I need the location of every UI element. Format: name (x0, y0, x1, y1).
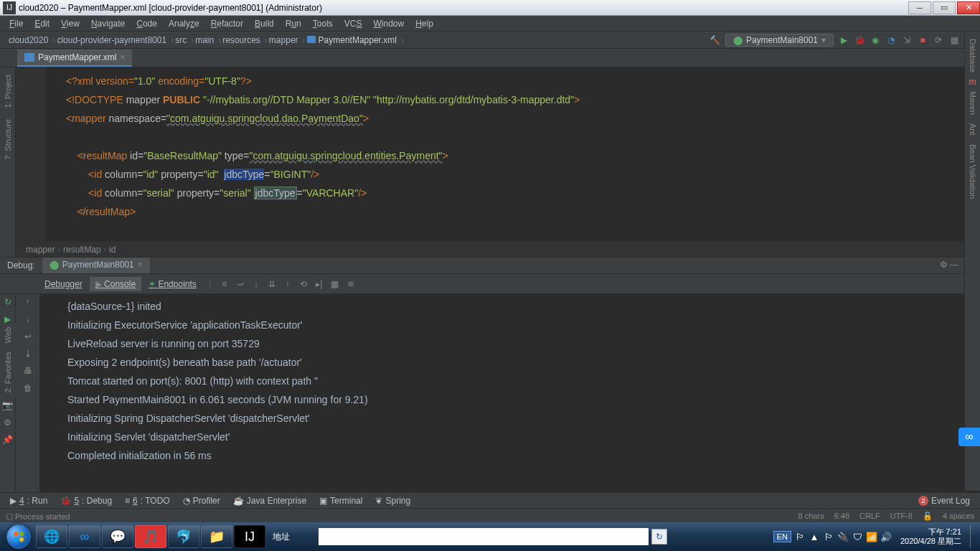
tab-paymentmapper[interactable]: PaymentMapper.xml × (17, 50, 132, 67)
profile-button[interactable]: ◔ (885, 34, 897, 46)
pin-icon[interactable]: 📌 (2, 434, 14, 446)
menu-edit[interactable]: Edit (29, 17, 55, 30)
tool-terminal[interactable]: ▣ Terminal (315, 494, 367, 507)
crumb-module[interactable]: cloud-provider-payment8001 (52, 34, 171, 47)
tray-shield-icon[interactable]: 🛡 (852, 531, 863, 542)
taskbar-clock[interactable]: 下午 7:21 2020/4/28 星期二 (895, 527, 967, 546)
bc-id[interactable]: id (109, 240, 116, 258)
bc-mapper[interactable]: mapper (26, 240, 60, 258)
run-configuration-selector[interactable]: ⬤ PaymentMain8001 ▾ (725, 34, 834, 47)
menu-vcs[interactable]: VCS (339, 17, 367, 30)
ime-indicator[interactable]: EN (773, 531, 791, 542)
addressbar-input[interactable] (319, 528, 649, 545)
show-exec-point-icon[interactable]: ≡ (219, 278, 230, 290)
debug-tab-app[interactable]: ⬤ PaymentMain8001 × (42, 258, 150, 273)
code-editor[interactable]: ⊖ ⊖ ⊖ <?xml version="1.0" encoding="UTF-… (16, 67, 980, 257)
force-step-into-icon[interactable]: ⇊ (266, 278, 278, 290)
up-arrow-icon[interactable]: ↑ (22, 296, 34, 308)
taskbar-intellij[interactable]: IJ (234, 525, 265, 548)
subtab-debugger[interactable]: Debugger (39, 277, 88, 291)
close-icon[interactable]: × (138, 260, 143, 270)
status-indent[interactable]: 4 spaces (943, 512, 974, 521)
menu-refactor[interactable]: Refactor (206, 17, 248, 30)
tool-database[interactable]: Database (969, 34, 977, 77)
taskbar-wechat[interactable]: 💬 (102, 525, 133, 548)
settings-icon[interactable]: ⚙ (2, 417, 14, 428)
clear-icon[interactable]: 🗑 (22, 382, 34, 394)
close-button[interactable]: ✕ (957, 1, 980, 14)
print-icon[interactable]: 🖶 (22, 365, 34, 377)
tool-java-ee[interactable]: ☕ Java Enterprise (229, 494, 311, 507)
menu-analyze[interactable]: Analyze (164, 17, 204, 30)
crumb-resources[interactable]: resources (218, 34, 265, 47)
debug-button[interactable]: 🐞 (854, 34, 865, 46)
tray-volume-icon[interactable]: 🔊 (880, 531, 892, 542)
menu-navigate[interactable]: Navigate (86, 17, 130, 30)
menu-run[interactable]: Run (281, 17, 306, 30)
build-icon[interactable]: 🔨 (710, 34, 721, 46)
crumb-main[interactable]: main (191, 34, 218, 47)
eval-expr-icon[interactable]: ▦ (329, 278, 341, 290)
stop-button[interactable]: ■ (917, 34, 928, 46)
start-button[interactable] (3, 522, 34, 551)
attach-button[interactable]: ⇲ (901, 34, 913, 46)
event-log-button[interactable]: 2 Event Log (914, 494, 974, 507)
menu-help[interactable]: Help (410, 17, 438, 30)
taskbar-explorer[interactable]: 📁 (201, 525, 232, 548)
drop-frame-icon[interactable]: ⟲ (298, 278, 309, 290)
tool-project[interactable]: 1: Project (4, 70, 12, 112)
structure-icon[interactable]: ▦ (948, 34, 960, 46)
crumb-file[interactable]: PaymentMapper.xml (303, 34, 401, 47)
run-button[interactable]: ▶ (838, 34, 849, 46)
tray-flag-icon[interactable]: 🏳 (794, 531, 806, 542)
coverage-button[interactable]: ◉ (870, 34, 881, 46)
menu-code[interactable]: Code (131, 17, 162, 30)
cloud-sync-badge[interactable]: ∞ (958, 428, 980, 446)
gear-icon[interactable]: ⚙ — (940, 260, 958, 270)
status-box-icon[interactable]: ▢ (6, 512, 13, 521)
tool-structure[interactable]: 7: Structure (4, 115, 12, 164)
menu-build[interactable]: Build (250, 17, 279, 30)
crumb-root[interactable]: cloud2020 (4, 34, 52, 47)
console-output[interactable]: {dataSource-1} inited Initializing Execu… (40, 294, 980, 492)
subtab-endpoints[interactable]: ✶ Endpoints (143, 277, 202, 291)
subtab-console[interactable]: ▶ Console (90, 277, 141, 291)
tool-spring[interactable]: ❦ Spring (371, 494, 415, 507)
tray-power-icon[interactable]: 🔌 (837, 531, 849, 542)
fold-close-icon[interactable]: ⊖ (80, 202, 86, 221)
menu-view[interactable]: View (56, 17, 85, 30)
down-arrow-icon[interactable]: ↓ (22, 314, 34, 325)
run-to-cursor-icon[interactable]: ▸| (314, 278, 325, 290)
tray-action-icon[interactable]: 🏳 (823, 531, 834, 542)
menu-tools[interactable]: Tools (308, 17, 338, 30)
bc-resultmap[interactable]: resultMap (63, 240, 106, 258)
taskbar-dolphin[interactable]: 🐬 (168, 525, 199, 548)
step-into-icon[interactable]: ↓ (250, 278, 262, 290)
tool-debug[interactable]: 🐞 5: Debug (56, 494, 116, 507)
minimize-button[interactable]: ─ (908, 1, 931, 14)
readonly-icon[interactable]: 🔓 (923, 512, 933, 521)
tool-web[interactable]: Web (4, 323, 12, 347)
menu-file[interactable]: File (4, 17, 28, 30)
status-pos[interactable]: 6:48 (834, 512, 849, 521)
maven-icon[interactable]: m (969, 77, 976, 87)
tool-run[interactable]: ▶ 4: 4: RunRun (6, 494, 52, 507)
status-enc[interactable]: UTF-8 (890, 512, 913, 521)
show-desktop-button[interactable] (970, 525, 977, 548)
rerun-icon[interactable]: ↻ (2, 296, 14, 308)
tool-ant[interactable]: Ant (969, 119, 977, 140)
tool-favorites[interactable]: 2: Favorites (4, 347, 12, 397)
tool-todo[interactable]: ≡ 6: TODO (121, 494, 174, 507)
crumb-src[interactable]: src (171, 34, 191, 47)
soft-wrap-icon[interactable]: ↩ (22, 331, 34, 342)
taskbar-netease[interactable]: 🎵 (135, 525, 166, 548)
tray-arrow-icon[interactable]: ▲ (809, 531, 820, 542)
fold-open-icon[interactable]: ⊖ (80, 109, 86, 128)
taskbar-baidu[interactable]: ∞ (69, 525, 100, 548)
vcs-update-icon[interactable]: ⟳ (933, 34, 944, 46)
step-over-icon[interactable]: ⤻ (235, 278, 246, 290)
menu-window[interactable]: Window (368, 17, 409, 30)
status-eol[interactable]: CRLF (859, 512, 880, 521)
fold-open-icon[interactable]: ⊖ (80, 146, 86, 165)
taskbar-chrome[interactable]: 🌐 (36, 525, 67, 548)
